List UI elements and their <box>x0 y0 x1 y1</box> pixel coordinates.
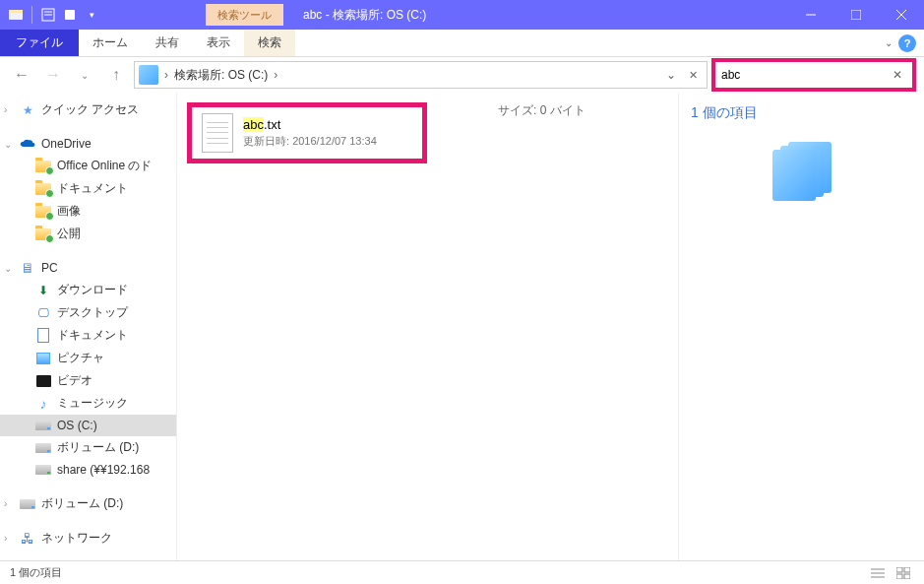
separator <box>31 6 32 24</box>
ribbon-expand-icon[interactable]: ⌄ <box>885 37 893 48</box>
file-tab[interactable]: ファイル <box>0 30 79 56</box>
back-button[interactable]: ← <box>8 61 35 89</box>
file-modified: 更新日時: 2016/12/07 13:34 <box>243 134 377 149</box>
pc-icon: 🖥 <box>20 260 35 276</box>
file-name: abc.txt <box>243 117 377 132</box>
sidebar-item-quick-access[interactable]: › ★ クイック アクセス <box>0 98 176 121</box>
titlebar: ▾ 検索ツール abc - 検索場所: OS (C:) <box>0 0 924 30</box>
svg-rect-1 <box>9 10 23 13</box>
svg-rect-7 <box>851 10 861 20</box>
view-details-button[interactable] <box>867 564 889 582</box>
sidebar-item-desktop[interactable]: 🖵 デスクトップ <box>0 301 176 324</box>
share-tab[interactable]: 共有 <box>142 30 193 56</box>
search-box[interactable]: ✕ <box>711 58 916 92</box>
sidebar-item-pictures-pc[interactable]: ピクチャ <box>0 347 176 369</box>
window-title: abc - 検索場所: OS (C:) <box>303 7 426 24</box>
search-tools-context-tab: 検索ツール <box>206 4 283 26</box>
sidebar-label: 画像 <box>57 203 81 220</box>
forward-button[interactable]: → <box>39 61 67 89</box>
sidebar-item-volume-d-root[interactable]: › ボリューム (D:) <box>0 492 176 515</box>
network-drive-icon <box>35 462 51 478</box>
navigation-toolbar: ← → ⌄ ↑ › 検索場所: OS (C:) › ⌄ ✕ ✕ <box>0 57 924 93</box>
drive-icon <box>35 418 51 433</box>
navigation-pane: › ★ クイック アクセス ⌄ OneDrive Office Online の… <box>0 93 177 560</box>
sidebar-label: ピクチャ <box>57 350 104 366</box>
view-tab[interactable]: 表示 <box>193 30 244 56</box>
qat-properties-icon[interactable] <box>40 7 56 23</box>
refresh-button[interactable]: ✕ <box>683 65 703 85</box>
recent-dropdown[interactable]: ⌄ <box>71 61 98 89</box>
svg-rect-5 <box>65 10 75 20</box>
pictures-icon <box>35 351 51 366</box>
status-item-count: 1 個の項目 <box>10 565 62 580</box>
svg-rect-15 <box>896 574 902 579</box>
breadcrumb-item[interactable]: 検索場所: OS (C:) <box>170 67 272 84</box>
sidebar-item-onedrive[interactable]: ⌄ OneDrive <box>0 133 176 155</box>
search-input[interactable] <box>721 68 889 82</box>
details-title: 1 個の項目 <box>691 104 912 122</box>
sidebar-item-network[interactable]: › 🖧 ネットワーク <box>0 527 176 550</box>
expand-icon[interactable]: › <box>4 498 16 509</box>
view-large-icons-button[interactable] <box>893 564 914 582</box>
drive-icon <box>20 496 35 512</box>
sidebar-label: Office Online のド <box>57 158 152 174</box>
help-icon[interactable]: ? <box>898 34 916 52</box>
sidebar-item-documents[interactable]: ドキュメント <box>0 177 176 200</box>
sidebar-item-downloads[interactable]: ⬇ ダウンロード <box>0 279 176 301</box>
address-dropdown-icon[interactable]: ⌄ <box>661 65 681 85</box>
sidebar-label: share (¥¥192.168 <box>57 463 150 477</box>
crumb-separator-icon[interactable]: › <box>272 68 279 82</box>
videos-icon <box>35 373 51 389</box>
sidebar-item-network-share[interactable]: share (¥¥192.168 <box>0 459 176 481</box>
collapse-icon[interactable]: ⌄ <box>4 139 16 150</box>
location-icon <box>139 65 158 85</box>
drive-icon <box>35 440 51 456</box>
sidebar-item-volume-d[interactable]: ボリューム (D:) <box>0 436 176 459</box>
collapse-icon[interactable]: ⌄ <box>4 263 16 274</box>
expand-icon[interactable]: › <box>4 104 16 115</box>
folder-icon <box>35 204 51 220</box>
folder-icon <box>35 227 51 242</box>
text-file-icon <box>202 113 233 153</box>
sidebar-item-os-drive[interactable]: OS (C:) <box>0 415 176 436</box>
folder-icon <box>35 159 51 174</box>
explorer-icon <box>8 7 24 23</box>
sidebar-label: デスクトップ <box>57 304 128 321</box>
search-result-item[interactable]: abc.txt 更新日時: 2016/12/07 13:34 <box>187 102 427 163</box>
sidebar-label: ミュージック <box>57 395 128 412</box>
qat-dropdown-icon[interactable]: ▾ <box>84 7 99 23</box>
qat-newfolder-icon[interactable] <box>62 7 78 23</box>
close-button[interactable] <box>879 0 924 30</box>
quick-access-icon: ★ <box>20 102 35 118</box>
maximize-button[interactable] <box>833 0 879 30</box>
sidebar-item-videos[interactable]: ビデオ <box>0 369 176 392</box>
sidebar-item-pc[interactable]: ⌄ 🖥 PC <box>0 257 176 279</box>
onedrive-icon <box>20 136 35 152</box>
sidebar-item-pictures[interactable]: 画像 <box>0 200 176 223</box>
sidebar-item-documents-pc[interactable]: ドキュメント <box>0 324 176 347</box>
clear-search-icon[interactable]: ✕ <box>889 68 906 82</box>
sidebar-label: ボリューム (D:) <box>57 439 139 456</box>
svg-rect-16 <box>904 574 910 579</box>
sidebar-item-music[interactable]: ♪ ミュージック <box>0 392 176 415</box>
expand-icon[interactable]: › <box>4 533 16 544</box>
sidebar-item-public[interactable]: 公開 <box>0 223 176 245</box>
network-icon: 🖧 <box>20 531 35 547</box>
home-tab[interactable]: ホーム <box>79 30 142 56</box>
documents-icon <box>35 328 51 344</box>
sidebar-item-office-online[interactable]: Office Online のド <box>0 155 176 177</box>
up-button[interactable]: ↑ <box>102 61 130 89</box>
minimize-button[interactable] <box>788 0 833 30</box>
address-bar[interactable]: › 検索場所: OS (C:) › ⌄ ✕ <box>134 61 708 89</box>
sidebar-label: ドキュメント <box>57 180 128 197</box>
details-icon <box>691 142 912 201</box>
sidebar-label: クイック アクセス <box>41 101 139 118</box>
music-icon: ♪ <box>35 396 51 412</box>
folder-icon <box>35 181 51 197</box>
sidebar-label: ボリューム (D:) <box>41 495 123 512</box>
search-tab[interactable]: 検索 <box>244 30 295 56</box>
sidebar-label: ドキュメント <box>57 327 128 344</box>
crumb-separator-icon[interactable]: › <box>162 68 170 82</box>
downloads-icon: ⬇ <box>35 283 51 298</box>
results-pane: abc.txt 更新日時: 2016/12/07 13:34 サイズ: 0 バイ… <box>177 93 678 560</box>
